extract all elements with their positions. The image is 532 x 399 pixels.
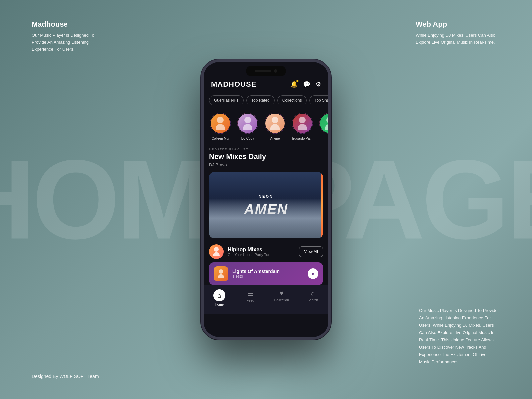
artist-item-4[interactable]: Eduardo Pa... xyxy=(291,112,314,140)
settings-icon[interactable]: ⚙ xyxy=(316,81,321,88)
nav-search-label: Search xyxy=(307,298,318,302)
phone-screen: MADHOUSE 🔔 💬 ⚙ Guerillas NFT Top Rated C… xyxy=(204,62,328,337)
album-art[interactable]: NEON AMEN xyxy=(209,172,323,238)
webapp-description: While Enjoying DJ Mixes, Users Can Also … xyxy=(416,32,499,46)
artist-item-2[interactable]: DJ Cody xyxy=(236,112,259,140)
hiphop-subtitle: Get Your House Party Turnt xyxy=(228,253,273,257)
avatar-inner-4 xyxy=(292,113,313,134)
album-figure xyxy=(209,195,323,238)
artist-name-2: DJ Cody xyxy=(241,137,254,140)
hiphop-title: Hiphop Mixes xyxy=(228,247,273,253)
now-playing-artist: Tiësto xyxy=(232,274,304,279)
nav-collection-label: Collection xyxy=(274,298,289,302)
bottom-left-credit: Designed By WOLF SOFT Team xyxy=(32,374,99,379)
nav-home-label: Home xyxy=(215,303,224,306)
notification-icon[interactable]: 🔔 xyxy=(290,81,298,88)
artist-item[interactable]: Colleen Mix xyxy=(209,112,232,140)
avatar-inner-5 xyxy=(319,113,328,134)
message-icon[interactable]: 💬 xyxy=(303,81,310,88)
phone-notch xyxy=(246,66,286,76)
avatar-inner-2 xyxy=(237,113,258,134)
now-playing-info: Lights Of Amsterdam Tiësto xyxy=(232,269,304,279)
avatar-inner-3 xyxy=(265,113,285,134)
view-all-button[interactable]: View All xyxy=(299,246,323,257)
tab-top-rated[interactable]: Top Rated xyxy=(246,95,275,105)
artist-name-4: Eduardo Pa... xyxy=(292,137,312,140)
avatar-inner-1 xyxy=(210,113,231,134)
playlist-author: DJ Bravo xyxy=(209,162,323,167)
artist-name-3: Arlene xyxy=(270,137,280,140)
now-playing-title: Lights Of Amsterdam xyxy=(232,269,304,274)
tab-guerillas-nft[interactable]: Guerillas NFT xyxy=(209,95,244,105)
notification-dot xyxy=(296,80,299,82)
bottom-nav: ⌂ Home ☰ Feed ♥ Collection ⌕ Search xyxy=(204,285,328,314)
notch-camera xyxy=(274,69,277,73)
phone-device: MADHOUSE 🔔 💬 ⚙ Guerillas NFT Top Rated C… xyxy=(201,59,331,340)
top-right-section: Web App While Enjoying DJ Mixes, Users C… xyxy=(416,20,499,46)
artist-avatar-5 xyxy=(318,112,328,135)
album-side-bar xyxy=(321,172,323,238)
brand-description: Our Music Player Is Designed To Provide … xyxy=(32,32,98,53)
nav-feed[interactable]: ☰ Feed xyxy=(235,288,266,308)
search-icon: ⌕ xyxy=(311,289,315,297)
now-playing[interactable]: Lights Of Amsterdam Tiësto ▶ xyxy=(209,262,323,285)
hiphop-section: Hiphop Mixes Get Your House Party Turnt … xyxy=(204,241,328,262)
playlist-label: UPDATED PLAYLIST xyxy=(209,148,323,151)
now-playing-thumb xyxy=(214,266,228,281)
hiphop-info: Hiphop Mixes Get Your House Party Turnt xyxy=(228,247,273,257)
hiphop-left: Hiphop Mixes Get Your House Party Turnt xyxy=(209,244,273,259)
nav-collection[interactable]: ♥ Collection xyxy=(266,288,297,308)
nav-search[interactable]: ⌕ Search xyxy=(297,288,329,308)
collection-icon: ♥ xyxy=(280,289,284,297)
tab-top-share[interactable]: Top Share xyxy=(309,95,328,105)
bottom-right-section: Our Music Player Is Designed To Provide … xyxy=(419,307,499,366)
artist-name-5: f... xyxy=(328,137,328,140)
credit-text: Designed By WOLF SOFT Team xyxy=(32,374,99,379)
feed-icon: ☰ xyxy=(247,289,253,297)
artists-row: Colleen Mix DJ Cody xyxy=(204,108,328,144)
category-tabs: Guerillas NFT Top Rated Collections Top … xyxy=(204,93,328,108)
playlist-title: New Mixes Daily xyxy=(209,152,323,161)
home-icon: ⌂ xyxy=(213,289,225,301)
artist-avatar-1 xyxy=(209,112,232,135)
hiphop-avatar xyxy=(209,244,224,259)
app-logo: MADHOUSE xyxy=(211,80,256,89)
header-icons: 🔔 💬 ⚙ xyxy=(290,81,321,88)
artist-name-1: Colleen Mix xyxy=(212,137,229,140)
top-left-section: Madhouse Our Music Player Is Designed To… xyxy=(32,20,98,53)
artist-avatar-3 xyxy=(264,112,286,135)
artist-avatar-4 xyxy=(291,112,314,135)
play-button[interactable]: ▶ xyxy=(308,268,318,279)
nav-feed-label: Feed xyxy=(247,299,254,302)
webapp-title: Web App xyxy=(416,20,499,29)
artist-item-5[interactable]: f... xyxy=(318,112,328,140)
playlist-section: UPDATED PLAYLIST New Mixes Daily DJ Brav… xyxy=(204,144,328,169)
brand-title: Madhouse xyxy=(32,20,98,29)
bottom-description: Our Music Player Is Designed To Provide … xyxy=(419,308,498,364)
nav-home[interactable]: ⌂ Home xyxy=(204,288,235,308)
artist-item-3[interactable]: Arlene xyxy=(264,112,286,140)
phone-wrapper: MADHOUSE 🔔 💬 ⚙ Guerillas NFT Top Rated C… xyxy=(201,59,331,340)
artist-avatar-2 xyxy=(236,112,259,135)
tab-collections[interactable]: Collections xyxy=(277,95,307,105)
notch-speaker xyxy=(255,70,271,72)
